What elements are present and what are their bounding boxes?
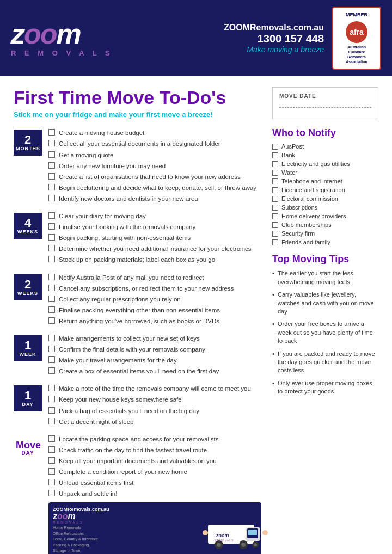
badge-2-months: 2 MONTHS: [14, 130, 42, 156]
notify-item: Friends and family: [272, 239, 378, 245]
checkbox[interactable]: [48, 446, 55, 453]
checkbox[interactable]: [48, 367, 55, 374]
list-item: Unload essential items first: [48, 478, 261, 487]
svg-point-9: [254, 543, 257, 546]
notify-item: Home delivery providers: [272, 213, 378, 219]
section-items-2-weeks: Notify Australia Post of any mail you ne…: [48, 273, 261, 328]
checkbox[interactable]: [48, 151, 55, 158]
svg-rect-15: [264, 536, 267, 543]
list-item: Get a decent night of sleep: [48, 417, 261, 426]
notify-checkbox[interactable]: [272, 152, 278, 158]
checkbox[interactable]: [48, 407, 55, 414]
badge-unit: DAY: [16, 402, 40, 407]
notify-checkbox[interactable]: [272, 213, 278, 219]
checkbox[interactable]: [48, 184, 55, 190]
promo-removals-label: REMOVALS: [53, 521, 198, 524]
list-item: Make a note of the time the removals com…: [48, 384, 261, 393]
checkbox[interactable]: [48, 385, 55, 391]
checkbox[interactable]: [48, 356, 55, 363]
list-item: Determine whether you need additional in…: [48, 244, 261, 253]
checkbox[interactable]: [48, 212, 55, 219]
header-tagline: Make moving a breeze: [113, 45, 324, 54]
tip-item: Only ever use proper moving boxes to pro…: [272, 379, 378, 396]
page-title: First Time Move To-Do's: [14, 87, 261, 108]
notify-checkbox[interactable]: [272, 144, 278, 150]
list-item: Stock up on packing materials; label eac…: [48, 255, 261, 264]
list-item: Locate the parking space and access for …: [48, 435, 261, 444]
section-2-weeks: 2 WEEKS Notify Australia Post of any mai…: [14, 273, 261, 328]
notify-item: Security firm: [272, 230, 378, 237]
notify-checkbox[interactable]: [272, 170, 278, 176]
notify-checkbox[interactable]: [272, 205, 278, 211]
notify-item: Water: [272, 169, 378, 176]
checkbox[interactable]: [48, 140, 55, 146]
checkbox[interactable]: [48, 479, 55, 485]
notify-checkbox[interactable]: [272, 239, 278, 245]
section-1-day: 1 DAY Make a note of the time the remova…: [14, 384, 261, 428]
checkbox[interactable]: [48, 435, 55, 442]
logo-area: zoom R E M O V A L S: [11, 20, 113, 57]
checkbox[interactable]: [48, 285, 55, 291]
checkbox[interactable]: [48, 234, 55, 241]
checkbox[interactable]: [48, 256, 55, 262]
badge-unit: WEEKS: [16, 229, 40, 235]
promo-logo: zoom: [53, 512, 198, 521]
badge-unit: WEEKS: [16, 291, 40, 296]
svg-rect-3: [248, 530, 257, 535]
checkbox[interactable]: [48, 490, 55, 496]
notify-item: Electoral commission: [272, 195, 378, 202]
list-item: Keep all your important documents and va…: [48, 457, 261, 465]
notify-checkbox[interactable]: [272, 161, 278, 167]
promo-box: ZOOMRemovals.com.au zoom REMOVALS Home R…: [48, 502, 261, 554]
checkbox[interactable]: [48, 335, 55, 341]
checkbox[interactable]: [48, 468, 55, 475]
checkbox[interactable]: [48, 274, 55, 280]
checklist-1-week: Make arrangements to collect your new se…: [48, 334, 261, 376]
notify-item: Club memberships: [272, 221, 378, 228]
checkbox[interactable]: [48, 306, 55, 313]
notify-item: Subscriptions: [272, 204, 378, 211]
notify-checkbox[interactable]: [272, 222, 278, 228]
checkbox[interactable]: [48, 223, 55, 230]
logo-removals: R E M O V A L S: [11, 49, 113, 57]
list-item: Make arrangements to collect your new se…: [48, 334, 261, 343]
svg-text:zoom: zoom: [216, 533, 229, 538]
checkbox[interactable]: [48, 245, 55, 251]
list-item: Order any new furniture you may need: [48, 162, 261, 170]
badge-move-label: Move: [16, 440, 40, 450]
main-content: First Time Move To-Do's Stick me on your…: [0, 76, 392, 554]
checklist-4-weeks: Clear your diary for moving day Finalise…: [48, 212, 261, 264]
checkbox[interactable]: [48, 173, 55, 180]
checkbox[interactable]: [48, 162, 55, 169]
list-item: Create a box of essential items you'll n…: [48, 367, 261, 376]
badge-num: 1: [16, 340, 40, 352]
checkbox[interactable]: [48, 195, 55, 201]
checklist-2-weeks: Notify Australia Post of any mail you ne…: [48, 273, 261, 325]
afra-full-name: AustralianFurnitureRemoversAssociation: [346, 45, 367, 64]
checkbox[interactable]: [48, 418, 55, 424]
checkbox[interactable]: [48, 317, 55, 324]
svg-point-5: [217, 543, 221, 547]
checkbox[interactable]: [48, 129, 55, 136]
notify-checkbox[interactable]: [272, 178, 278, 184]
list-item: Identify new doctors and dentists in you…: [48, 194, 261, 203]
checkbox[interactable]: [48, 346, 55, 352]
checkbox[interactable]: [48, 396, 55, 402]
badge-num: 1: [16, 390, 40, 402]
page-subtitle: Stick me on your fridge and make your fi…: [14, 110, 261, 119]
who-to-notify-title: Who to Notify: [272, 127, 378, 139]
notify-checkbox[interactable]: [272, 231, 278, 237]
left-column: First Time Move To-Do's Stick me on your…: [14, 87, 272, 554]
notify-checkbox[interactable]: [272, 187, 278, 193]
section-items-4-weeks: Clear your diary for moving day Finalise…: [48, 212, 261, 266]
checkbox[interactable]: [48, 457, 55, 464]
notify-checkbox[interactable]: [272, 196, 278, 202]
list-item: Complete a condition report of your new …: [48, 467, 261, 476]
checklist-2-months: Create a moving house budget Collect all…: [48, 128, 261, 203]
checkbox[interactable]: [48, 296, 55, 302]
badge-num: 4: [16, 217, 40, 229]
tip-item: Order your free boxes to arrive a week o…: [272, 320, 378, 345]
tips-list: The earlier you start the less overwhelm…: [272, 269, 378, 396]
list-item: Create a moving house budget: [48, 128, 261, 137]
list-item: Check traffic on the day to find the fas…: [48, 446, 261, 454]
